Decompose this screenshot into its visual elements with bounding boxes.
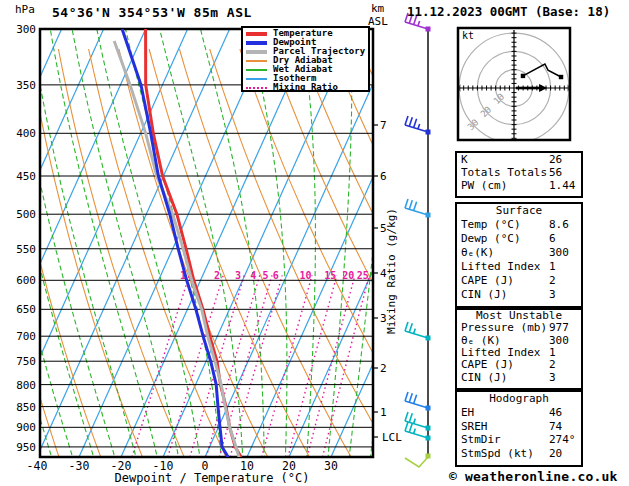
stat-value: 300: [549, 246, 569, 260]
run-date-title: 11.12.2023 00GMT (Base: 18): [407, 4, 610, 19]
stat-label: SREH: [461, 420, 488, 433]
legend-line-sample: [246, 41, 267, 45]
pressure-tick-label: 550: [16, 243, 36, 256]
mixing-ratio-label: 5: [263, 270, 269, 281]
stat-label: CAPE (J): [461, 358, 514, 371]
stat-value: 26: [549, 153, 562, 166]
wet-adiabat-line: [31, 29, 143, 457]
stat-label: StmDir: [461, 433, 501, 446]
legend-item: Mixing Ratio: [243, 83, 368, 92]
km-tick-label: 7: [380, 119, 387, 132]
km-tick-label: 1: [380, 406, 387, 419]
wind-barb: [405, 392, 431, 411]
stat-value: 1.44: [549, 179, 576, 192]
stat-label: PW (cm): [461, 179, 507, 192]
stat-label: StmSpd (kt): [461, 447, 534, 460]
stat-label: Pressure (mb): [461, 321, 547, 334]
plot-frame: [40, 29, 373, 457]
wet-adiabat-line: [0, 29, 16, 457]
wind-barb: [405, 322, 431, 341]
hodograph-stats-panel-title: Hodograph: [457, 392, 581, 406]
stat-row: K26: [457, 153, 581, 166]
stat-row: CAPE (J)2: [457, 274, 581, 288]
station-title: 54°36'N 354°53'W 85m ASL: [52, 5, 252, 20]
mixing-ratio-label: 4: [250, 270, 256, 281]
surface-panel-title: Surface: [457, 204, 581, 218]
lcl-label: LCL: [382, 431, 402, 444]
indices-panel: K26Totals Totals56PW (cm)1.44: [455, 151, 583, 198]
pressure-tick-label: 850: [16, 401, 36, 414]
stat-value: 8.6: [549, 218, 569, 232]
km-axis-unit: km: [371, 2, 384, 15]
legend-item-label: Mixing Ratio: [273, 83, 338, 92]
wind-barb-column: [405, 13, 431, 467]
stat-value: 1: [549, 260, 556, 274]
pressure-tick-label: 400: [16, 127, 36, 140]
stat-row: SREH74: [457, 420, 581, 434]
dry-adiabat-line: [240, 49, 435, 457]
hodograph-trace: [523, 64, 561, 77]
mixing-ratio-label: 10: [300, 270, 312, 281]
mixing-ratio-label: 3: [235, 270, 241, 281]
wet-adiabat-line: [97, 29, 205, 457]
stat-value: 74: [549, 420, 562, 434]
mixing-ratio-label: 15: [324, 270, 336, 281]
stat-label: Temp (°C): [461, 218, 521, 231]
x-axis-title: Dewpoint / Temperature (°C): [114, 471, 309, 485]
stat-label: K: [461, 153, 468, 166]
stat-row: StmSpd (kt)20: [457, 447, 581, 461]
stat-row: Totals Totals56: [457, 166, 581, 179]
stat-row: θₑ(K)300: [457, 246, 581, 260]
surface-panel: Surface Temp (°C)8.6Dewp (°C)6θₑ(K)300Li…: [455, 202, 583, 308]
pressure-tick-label: 450: [16, 170, 36, 183]
dry-adiabat-line: [149, 49, 309, 457]
mixing-ratio-axis-title: Mixing Ratio (g/kg): [385, 208, 398, 334]
pressure-gridlines: [40, 29, 373, 457]
copyright-watermark: © weatheronline.co.uk: [449, 469, 618, 484]
dry-adiabat-line: [210, 49, 393, 457]
pressure-tick-label: 650: [16, 303, 36, 316]
temp-tick-label: 30: [324, 459, 338, 473]
stat-row: CIN (J)3: [457, 288, 581, 302]
wet-adiabat-line: [371, 29, 430, 457]
mixing-ratio-label: 6: [273, 270, 279, 281]
legend: TemperatureDewpointParcel TrajectoryDry …: [241, 26, 370, 92]
stat-label: EH: [461, 406, 474, 419]
legend-line-sample: [246, 78, 267, 80]
mixing-ratio-line: [230, 275, 282, 457]
temp-tick-label: -30: [69, 459, 90, 473]
asl-axis-unit: ASL: [368, 15, 388, 28]
wet-adiabat-line: [328, 29, 352, 457]
stat-label: Lifted Index: [461, 260, 540, 273]
km-tick-label: 2: [380, 362, 387, 375]
pressure-axis-unit: hPa: [15, 3, 35, 16]
dry-adiabat-line: [0, 49, 17, 457]
wind-barb: [405, 454, 431, 468]
stat-value: 977: [549, 322, 569, 334]
stat-row: StmDir274°: [457, 433, 581, 447]
isotherm-line: [205, 29, 398, 457]
mixing-ratio-line: [307, 275, 355, 457]
most-unstable-panel: Most Unstable Pressure (mb)977θₑ (K)300L…: [455, 308, 583, 390]
hodograph-unit-label: kt: [462, 30, 474, 41]
legend-line-sample: [246, 60, 267, 62]
isotherm-line: [163, 29, 356, 457]
stat-value: 20: [549, 447, 562, 461]
stat-value: 2: [549, 359, 556, 371]
temperature-curve: [146, 29, 242, 457]
hodograph-stats-panel: Hodograph EH46SREH74StmDir274°StmSpd (kt…: [455, 390, 583, 467]
pressure-tick-label: 900: [16, 421, 36, 434]
stat-label: CAPE (J): [461, 274, 514, 287]
mixing-ratio-label: 25: [357, 270, 369, 281]
stat-row: Temp (°C)8.6: [457, 218, 581, 232]
mixing-ratio-label: 2: [214, 270, 220, 281]
wind-barb: [405, 199, 431, 218]
wet-adiabat-line: [249, 29, 289, 457]
pressure-tick-label: 950: [16, 441, 36, 454]
isotherm-line: [247, 29, 440, 457]
stat-value: 3: [549, 372, 556, 384]
pressure-tick-label: 500: [16, 208, 36, 221]
km-tick-label: 6: [380, 170, 387, 183]
stat-row: CIN (J)3: [457, 372, 581, 384]
stat-label: CIN (J): [461, 371, 507, 384]
